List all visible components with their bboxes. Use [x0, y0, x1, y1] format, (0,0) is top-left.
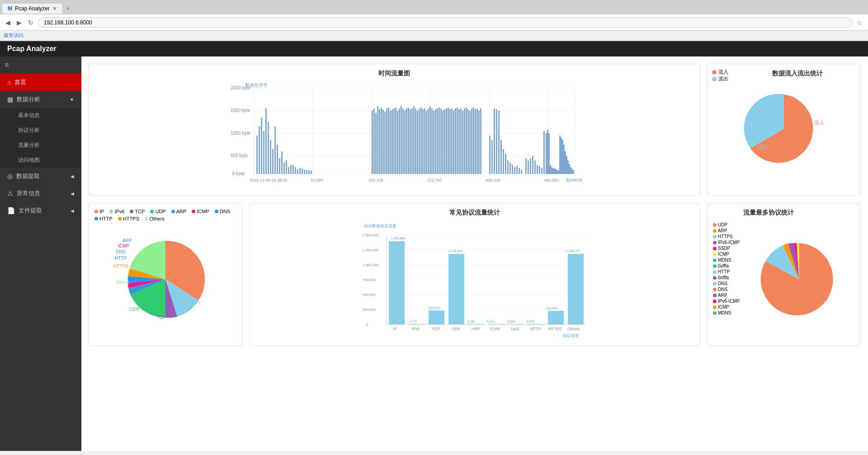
- svg-rect-58: [399, 108, 400, 174]
- svg-rect-140: [562, 140, 563, 174]
- svg-rect-19: [259, 127, 260, 174]
- svg-rect-103: [480, 108, 481, 174]
- tab-close-button[interactable]: ✕: [52, 5, 57, 12]
- tlegend-mdns2: MDNS: [713, 310, 740, 315]
- warning-icon: ⚠: [7, 190, 13, 197]
- refresh-button[interactable]: ↻: [26, 18, 35, 27]
- svg-rect-142: [565, 151, 566, 174]
- svg-rect-111: [505, 154, 506, 174]
- sidebar-item-data-analysis[interactable]: ▦ 数据分析 ▼: [0, 91, 81, 108]
- svg-text:1,390,886: 1,390,886: [391, 237, 405, 240]
- svg-rect-141: [563, 145, 565, 174]
- svg-text:HTTPS: HTTPS: [113, 264, 128, 269]
- sidebar-item-home[interactable]: ⌂ 首页: [0, 74, 81, 91]
- svg-rect-108: [498, 111, 500, 174]
- sidebar-sub-basic-info[interactable]: 基本信息: [0, 108, 81, 123]
- svg-rect-119: [525, 158, 527, 174]
- svg-rect-135: [555, 169, 557, 174]
- svg-rect-21: [263, 131, 264, 174]
- chart-icon: ▦: [7, 96, 13, 103]
- tlegend-udp: UDP: [713, 222, 740, 227]
- legend-item-inflow: 流入: [712, 69, 728, 75]
- t-http-dot: [713, 270, 717, 274]
- bar-chart-card: 常见协议流量统计 协议数据包总流量 1,500,000 1,250,000 1,…: [250, 203, 700, 346]
- svg-rect-37: [299, 168, 301, 174]
- svg-rect-134: [554, 169, 555, 174]
- url-input[interactable]: [38, 18, 852, 28]
- arp-dot: [171, 210, 175, 213]
- svg-rect-104: [489, 136, 491, 174]
- svg-rect-133: [552, 168, 554, 174]
- outflow-dot: [712, 77, 717, 81]
- svg-rect-81: [440, 108, 442, 174]
- sidebar-item-file-extract[interactable]: 📄 文件提取 ◀: [0, 202, 81, 219]
- svg-rect-115: [514, 167, 515, 174]
- t-icmp-dot: [713, 253, 717, 256]
- sidebar-item-anomaly[interactable]: ⚠ 异常信息 ◀: [0, 185, 81, 202]
- t-0xfffa2-dot: [713, 276, 717, 280]
- svg-rect-110: [503, 149, 504, 174]
- forward-button[interactable]: ▶: [15, 18, 24, 27]
- svg-text:221.747: 221.747: [427, 178, 442, 183]
- svg-rect-76: [431, 108, 433, 174]
- svg-rect-113: [509, 163, 511, 174]
- svg-text:0 byte: 0 byte: [232, 171, 245, 176]
- svg-rect-131: [550, 165, 551, 174]
- sidebar-sub-protocol-analysis[interactable]: 协议分析: [0, 123, 81, 138]
- svg-rect-144: [567, 160, 569, 174]
- svg-rect-72: [424, 108, 425, 174]
- svg-rect-22: [265, 108, 267, 174]
- svg-text:250,000: 250,000: [363, 308, 376, 312]
- svg-text:IP: IP: [186, 266, 190, 271]
- icmp-dot: [192, 210, 195, 213]
- svg-rect-40: [306, 170, 307, 174]
- new-tab-button[interactable]: +: [63, 3, 74, 14]
- svg-text:TCP: TCP: [156, 315, 165, 320]
- svg-text:880.922: 880.922: [544, 178, 559, 183]
- svg-rect-99: [473, 108, 474, 174]
- svg-rect-31: [286, 160, 287, 174]
- sidebar-item-data-extract[interactable]: ◎ 数据提取 ◀: [0, 168, 81, 185]
- svg-rect-100: [475, 109, 476, 174]
- svg-rect-61: [404, 111, 406, 174]
- svg-rect-88: [453, 111, 454, 174]
- svg-rect-46: [377, 106, 378, 174]
- sidebar-sub-traffic-analysis[interactable]: 流量分析: [0, 138, 81, 153]
- legend-icmp-label: ICMP: [197, 209, 209, 214]
- svg-rect-18: [256, 136, 258, 174]
- svg-rect-122: [532, 156, 533, 174]
- svg-text:HTTP: HTTP: [115, 256, 127, 261]
- svg-rect-23: [268, 122, 269, 174]
- svg-rect-148: [573, 170, 574, 174]
- svg-text:ICMP: ICMP: [490, 327, 500, 331]
- chevron-right-icon-extract: ◀: [71, 174, 74, 179]
- svg-rect-73: [426, 111, 427, 174]
- app-header: Pcap Analyzer: [0, 41, 868, 56]
- svg-rect-82: [442, 111, 443, 174]
- svg-rect-30: [283, 163, 285, 174]
- sidebar-toggle[interactable]: ≡: [0, 56, 81, 74]
- tlegend-arp2: ARP: [713, 293, 740, 298]
- svg-rect-138: [559, 136, 561, 174]
- time-chart-svg: 2000 byte 1500 byte 1000 byte 500 byte 0…: [94, 81, 694, 185]
- bookmark-button[interactable]: ☆: [855, 18, 864, 27]
- legend-http: HTTP: [94, 216, 113, 221]
- t-mdns-label: MDNS: [718, 258, 731, 263]
- legend-others: Others: [145, 216, 165, 221]
- sidebar-sub-access-map[interactable]: 访问地图: [0, 153, 81, 168]
- tlegend-https: HTTPS: [713, 234, 740, 239]
- back-button[interactable]: ◀: [4, 18, 12, 27]
- svg-text:1,500,000: 1,500,000: [363, 233, 379, 237]
- svg-text:ARP: ARP: [472, 327, 480, 331]
- svg-rect-102: [478, 111, 480, 174]
- svg-text:1,250,000: 1,250,000: [363, 248, 379, 252]
- svg-rect-94: [464, 108, 465, 174]
- chevron-right-icon-anomaly: ◀: [71, 191, 74, 196]
- active-tab[interactable]: M Pcap Analyzer ✕: [2, 3, 63, 14]
- time-chart-title: 时间流量图: [94, 70, 694, 78]
- svg-rect-130: [548, 133, 550, 174]
- svg-text:协议类型: 协议类型: [563, 333, 579, 338]
- t-ipv6icmp2-label: IPv6-ICMP: [718, 299, 740, 304]
- svg-rect-56: [395, 108, 396, 174]
- svg-rect-60: [402, 108, 404, 174]
